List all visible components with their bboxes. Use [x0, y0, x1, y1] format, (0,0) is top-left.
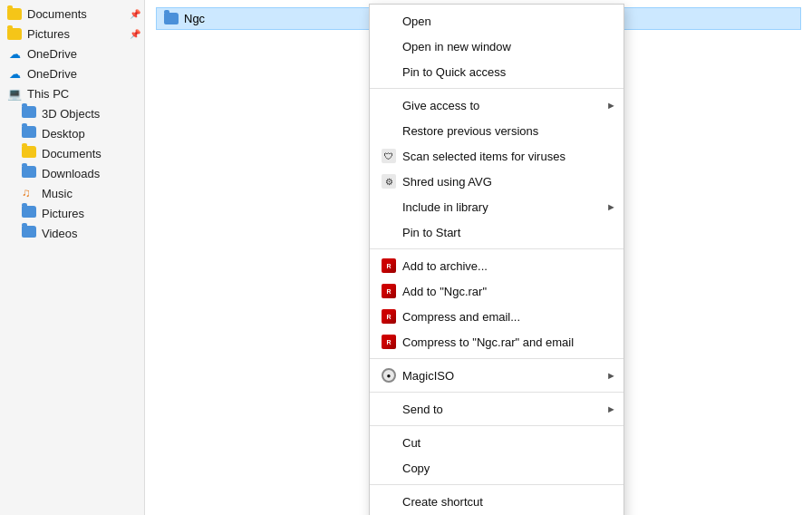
- menu-item-restore[interactable]: Restore previous versions: [370, 118, 624, 143]
- sidebar-item-label: OneDrive: [27, 47, 77, 61]
- menu-icon-send-to: [381, 401, 397, 417]
- menu-icon-cut: [381, 434, 397, 451]
- menu-item-shred[interactable]: ⚙ Shred using AVG: [370, 169, 624, 194]
- menu-item-open[interactable]: Open: [370, 8, 624, 34]
- sidebar-item-onedrive1[interactable]: ☁ OneDrive: [0, 44, 144, 63]
- pictures-icon: [22, 206, 36, 220]
- sidebar-item-music[interactable]: ♫ Music: [0, 183, 144, 203]
- menu-label-add-ngc-rar: Add to "Ngc.rar": [402, 285, 609, 298]
- sidebar-item-label: Music: [42, 187, 72, 200]
- sidebar-item-downloads[interactable]: Downloads: [0, 163, 144, 183]
- sidebar-item-label: Pictures: [42, 207, 84, 220]
- menu-item-compress-ngc-email[interactable]: R Compress to "Ngc.rar" and email: [370, 329, 624, 355]
- menu-label-create-shortcut: Create shortcut: [402, 495, 609, 509]
- separator-1: [370, 88, 624, 89]
- menu-icon-open: [381, 13, 397, 29]
- arrow-icon: ►: [606, 100, 616, 111]
- menu-label-cut: Cut: [402, 436, 609, 450]
- menu-icon-magiciso: ●: [381, 367, 397, 384]
- sidebar-item-label: Documents: [27, 7, 87, 21]
- menu-icon-give-access: [381, 97, 397, 113]
- menu-label-shred: Shred using AVG: [402, 175, 609, 189]
- 3dobjects-icon: [22, 106, 36, 121]
- sidebar-item-onedrive2[interactable]: ☁ OneDrive: [0, 63, 144, 83]
- menu-item-compress-email[interactable]: R Compress and email...: [370, 304, 624, 329]
- separator-5: [370, 425, 624, 426]
- sidebar-item-label: Downloads: [42, 167, 100, 180]
- sidebar-item-desktop[interactable]: Desktop: [0, 123, 144, 143]
- sidebar-item-label: Documents: [42, 147, 102, 160]
- sidebar-item-documents[interactable]: Documents 📌: [0, 4, 144, 24]
- menu-item-pin-quick[interactable]: Pin to Quick access: [370, 59, 624, 84]
- pictures-icon: [7, 26, 22, 41]
- menu-label-pin-quick: Pin to Quick access: [402, 65, 609, 79]
- documents-icon: [22, 146, 36, 160]
- sidebar-item-pictures[interactable]: Pictures 📌: [0, 24, 144, 44]
- menu-icon-create-shortcut: [381, 493, 397, 510]
- menu-item-magiciso[interactable]: ● MagicISO ►: [370, 363, 624, 388]
- sidebar-item-thispc[interactable]: 💻 This PC: [0, 83, 144, 103]
- menu-item-pin-start[interactable]: Pin to Start: [370, 219, 624, 245]
- separator-3: [370, 358, 624, 359]
- arrow-icon: ►: [606, 201, 616, 212]
- menu-icon-pin-quick: [381, 63, 397, 80]
- sidebar-item-label: Videos: [42, 227, 78, 240]
- menu-icon-rar: R: [381, 258, 397, 274]
- sidebar-item-pictures2[interactable]: Pictures: [0, 203, 144, 223]
- sidebar-item-3dobjects[interactable]: 3D Objects: [0, 103, 144, 123]
- menu-label-give-access: Give access to: [402, 99, 609, 112]
- menu-item-give-access[interactable]: Give access to ►: [370, 92, 624, 118]
- menu-icon-rar3: R: [381, 308, 397, 325]
- arrow-icon: ►: [606, 403, 616, 414]
- sidebar-item-label: This PC: [27, 87, 69, 101]
- folder-icon: [164, 13, 179, 24]
- downloads-icon: [22, 166, 36, 180]
- sidebar-item-label: Desktop: [42, 127, 85, 141]
- folder-name: Ngc: [184, 12, 205, 25]
- documents-icon: [7, 6, 22, 21]
- menu-item-copy[interactable]: Copy: [370, 455, 624, 481]
- sidebar-item-label: 3D Objects: [42, 107, 100, 121]
- menu-item-add-ngc-rar[interactable]: R Add to "Ngc.rar": [370, 278, 624, 304]
- menu-item-send-to[interactable]: Send to ►: [370, 396, 624, 422]
- context-menu: Open Open in new window Pin to Quick acc…: [369, 4, 624, 515]
- sidebar-item-videos[interactable]: Videos: [0, 223, 144, 243]
- menu-item-scan[interactable]: 🛡 Scan selected items for viruses: [370, 143, 624, 169]
- onedrive-icon: ☁: [7, 46, 22, 61]
- menu-label-copy: Copy: [402, 462, 609, 475]
- music-icon: ♫: [22, 186, 36, 200]
- menu-label-send-to: Send to: [402, 403, 609, 416]
- sidebar-item-label: Pictures: [27, 27, 70, 41]
- arrow-icon: ►: [606, 370, 616, 381]
- separator-2: [370, 248, 624, 249]
- menu-label-include-library: Include in library: [402, 200, 609, 214]
- videos-icon: [22, 226, 36, 240]
- menu-icon-rar4: R: [381, 334, 397, 350]
- menu-label-pin-start: Pin to Start: [402, 226, 609, 239]
- separator-4: [370, 392, 624, 393]
- menu-label-compress-ngc-email: Compress to "Ngc.rar" and email: [402, 335, 609, 349]
- menu-icon-include-library: [381, 199, 397, 215]
- menu-icon-rar2: R: [381, 283, 397, 299]
- main-area: Ngc Open Open in new window Pin to Quick…: [145, 0, 812, 515]
- onedrive-icon: ☁: [7, 66, 22, 81]
- menu-item-create-shortcut[interactable]: Create shortcut: [370, 489, 624, 514]
- menu-label-scan: Scan selected items for viruses: [402, 150, 609, 163]
- menu-icon-shred: ⚙: [381, 173, 397, 189]
- menu-item-open-new-window[interactable]: Open in new window: [370, 34, 624, 59]
- menu-icon-pin-start: [381, 224, 397, 240]
- menu-label-restore: Restore previous versions: [402, 124, 609, 138]
- menu-icon-copy: [381, 460, 397, 476]
- menu-label-open-new: Open in new window: [402, 40, 609, 53]
- menu-label-compress-email: Compress and email...: [402, 310, 609, 324]
- menu-icon-scan: 🛡: [381, 148, 397, 164]
- desktop-icon: [22, 126, 36, 141]
- pin-icon: 📌: [130, 29, 140, 39]
- menu-item-cut[interactable]: Cut: [370, 430, 624, 455]
- menu-item-add-archive[interactable]: R Add to archive...: [370, 253, 624, 278]
- menu-icon-restore: [381, 122, 397, 139]
- sidebar-item-label: OneDrive: [27, 67, 77, 81]
- menu-label-add-archive: Add to archive...: [402, 259, 609, 273]
- menu-item-include-library[interactable]: Include in library ►: [370, 194, 624, 219]
- sidebar-item-documents2[interactable]: Documents: [0, 143, 144, 163]
